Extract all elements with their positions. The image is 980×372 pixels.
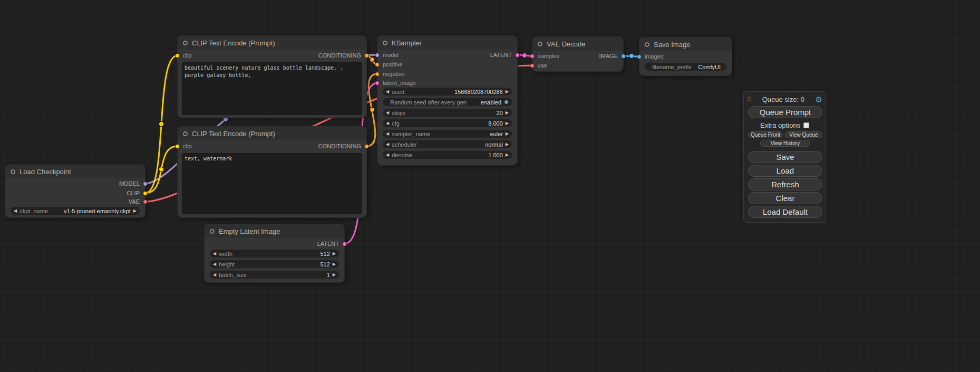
- widget-batch-size[interactable]: ◀ batch_size 1 ▶: [210, 271, 339, 279]
- port-dot[interactable]: [175, 144, 180, 149]
- input-port-model[interactable]: model: [375, 52, 399, 58]
- increment-arrow-icon[interactable]: ▶: [506, 153, 509, 157]
- node-titlebar[interactable]: CLIP Text Encode (Prompt): [178, 36, 366, 50]
- input-port-vae[interactable]: vae: [530, 62, 547, 69]
- decrement-arrow-icon[interactable]: ◀: [386, 132, 389, 136]
- prompt-textarea[interactable]: text, watermark: [182, 153, 362, 214]
- output-port-vae[interactable]: VAE: [129, 198, 148, 205]
- node-titlebar[interactable]: Load Checkpoint: [5, 165, 145, 178]
- node-titlebar[interactable]: KSampler: [377, 36, 517, 50]
- decrement-arrow-icon[interactable]: ◀: [386, 142, 389, 147]
- widget-scheduler[interactable]: ◀ scheduler normal ▶: [383, 140, 512, 148]
- widget-width[interactable]: ◀ width 512 ▶: [210, 250, 339, 257]
- output-port-image[interactable]: IMAGE: [599, 53, 626, 59]
- decrement-arrow-icon[interactable]: ◀: [386, 153, 389, 157]
- increment-arrow-icon[interactable]: ▶: [506, 90, 509, 94]
- refresh-button[interactable]: Refresh: [748, 178, 822, 190]
- output-port-conditioning[interactable]: CONDITIONING: [318, 143, 369, 149]
- node-vae-decode[interactable]: VAE Decode samples vae IMAGE: [532, 37, 623, 71]
- view-queue-button[interactable]: View Queue: [785, 131, 822, 138]
- load-button[interactable]: Load: [748, 165, 822, 177]
- widget-seed[interactable]: ◀ seed 156680208700286 ▶: [383, 88, 512, 96]
- port-dot[interactable]: [375, 72, 380, 77]
- node-load-checkpoint[interactable]: Load Checkpoint MODEL CLIP VAE ◀ ckpt_na…: [5, 165, 145, 217]
- node-titlebar[interactable]: Save Image: [639, 37, 732, 51]
- queue-front-button[interactable]: Queue Front: [748, 131, 783, 138]
- port-dot[interactable]: [530, 54, 535, 59]
- node-ksampler[interactable]: KSampler model positive negative latent_…: [377, 36, 517, 165]
- increment-arrow-icon[interactable]: ▶: [333, 252, 336, 256]
- extra-options-checkbox[interactable]: [803, 122, 809, 128]
- decrement-arrow-icon[interactable]: ◀: [213, 273, 216, 277]
- settings-gear-icon[interactable]: ⚙: [816, 96, 822, 103]
- input-port-clip[interactable]: clip: [175, 52, 192, 59]
- port-dot[interactable]: [530, 63, 535, 68]
- output-port-latent[interactable]: LATENT: [490, 52, 520, 58]
- increment-arrow-icon[interactable]: ▶: [333, 273, 336, 277]
- node-save-image[interactable]: Save Image images filename_prefix ComfyU…: [639, 37, 732, 75]
- view-history-button[interactable]: View History: [760, 140, 810, 147]
- port-dot[interactable]: [375, 81, 380, 85]
- port-dot[interactable]: [143, 199, 148, 204]
- widget-steps[interactable]: ◀ steps 20 ▶: [383, 109, 512, 117]
- input-port-latent-image[interactable]: latent_image: [375, 80, 416, 86]
- node-titlebar[interactable]: CLIP Text Encode (Prompt): [178, 127, 366, 140]
- decrement-arrow-icon[interactable]: ◀: [14, 209, 17, 213]
- decrement-arrow-icon[interactable]: ◀: [386, 90, 389, 94]
- decrement-arrow-icon[interactable]: ◀: [386, 111, 389, 115]
- save-button[interactable]: Save: [748, 151, 822, 163]
- decrement-arrow-icon[interactable]: ◀: [213, 262, 216, 266]
- collapse-dot[interactable]: [183, 131, 188, 136]
- port-dot[interactable]: [143, 191, 148, 196]
- widget-ckpt-name[interactable]: ◀ ckpt_name v1-5-pruned-emaonly.ckpt ▶: [11, 207, 140, 215]
- node-empty-latent-image[interactable]: Empty Latent Image LATENT ◀ width 512 ▶ …: [205, 224, 344, 282]
- widget-height[interactable]: ◀ height 512 ▶: [210, 260, 339, 268]
- collapse-dot[interactable]: [210, 229, 215, 234]
- input-port-positive[interactable]: positive: [375, 61, 402, 68]
- collapse-dot[interactable]: [183, 41, 188, 45]
- load-default-button[interactable]: Load Default: [748, 206, 822, 218]
- node-clip-text-encode-negative[interactable]: CLIP Text Encode (Prompt) clip CONDITION…: [178, 127, 366, 217]
- collapse-dot[interactable]: [538, 42, 542, 46]
- clear-button[interactable]: Clear: [748, 192, 822, 204]
- increment-arrow-icon[interactable]: ▶: [506, 142, 509, 147]
- port-dot[interactable]: [364, 53, 369, 58]
- widget-random-seed-toggle[interactable]: Random seed after every gen enabled: [383, 98, 512, 106]
- port-dot[interactable]: [143, 182, 148, 186]
- input-port-samples[interactable]: samples: [530, 53, 559, 59]
- output-port-clip[interactable]: CLIP: [127, 190, 148, 196]
- collapse-dot[interactable]: [11, 169, 15, 174]
- port-dot[interactable]: [515, 53, 520, 58]
- input-port-negative[interactable]: negative: [375, 71, 405, 77]
- node-clip-text-encode-positive[interactable]: CLIP Text Encode (Prompt) clip CONDITION…: [178, 36, 366, 118]
- increment-arrow-icon[interactable]: ▶: [333, 262, 336, 266]
- port-dot[interactable]: [375, 53, 380, 58]
- port-dot[interactable]: [364, 144, 369, 149]
- input-port-images[interactable]: images: [637, 53, 663, 60]
- widget-cfg[interactable]: ◀ cfg 8.000 ▶: [383, 119, 512, 127]
- node-titlebar[interactable]: VAE Decode: [532, 37, 623, 51]
- increment-arrow-icon[interactable]: ▶: [506, 132, 509, 136]
- node-titlebar[interactable]: Empty Latent Image: [205, 224, 344, 238]
- increment-arrow-icon[interactable]: ▶: [506, 111, 509, 115]
- increment-arrow-icon[interactable]: ▶: [506, 121, 509, 126]
- output-port-model[interactable]: MODEL: [119, 180, 148, 187]
- port-dot[interactable]: [375, 62, 380, 67]
- node-graph-canvas[interactable]: Load Checkpoint MODEL CLIP VAE ◀ ckpt_na…: [0, 0, 980, 372]
- prompt-textarea[interactable]: beautiful scenery nature glass bottle la…: [182, 62, 362, 115]
- queue-prompt-button[interactable]: Queue Prompt: [748, 106, 822, 118]
- decrement-arrow-icon[interactable]: ◀: [386, 121, 389, 126]
- widget-sampler-name[interactable]: ◀ sampler_name euler ▶: [383, 130, 512, 138]
- port-dot[interactable]: [621, 54, 626, 59]
- port-dot[interactable]: [637, 54, 642, 59]
- drag-handle-icon[interactable]: ⠿: [747, 97, 751, 102]
- input-port-clip[interactable]: clip: [175, 143, 192, 149]
- collapse-dot[interactable]: [645, 42, 649, 47]
- widget-filename-prefix[interactable]: filename_prefix ComfyUI: [645, 63, 726, 71]
- decrement-arrow-icon[interactable]: ◀: [213, 252, 216, 256]
- increment-arrow-icon[interactable]: ▶: [133, 209, 137, 213]
- collapse-dot[interactable]: [383, 41, 387, 45]
- output-port-latent[interactable]: LATENT: [317, 241, 347, 247]
- port-dot[interactable]: [175, 53, 180, 58]
- toggle-knob[interactable]: [504, 100, 509, 104]
